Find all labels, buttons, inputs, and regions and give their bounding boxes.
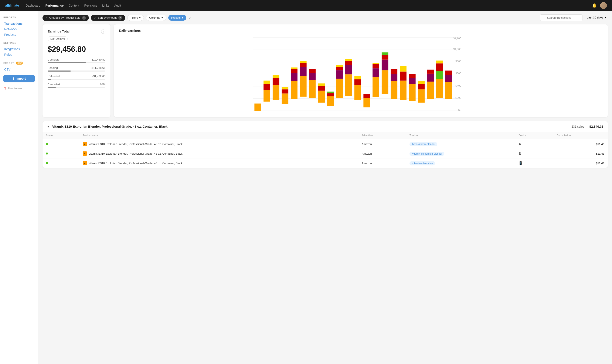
- svg-rect-25: [291, 73, 297, 81]
- svg-rect-77: [436, 79, 443, 98]
- svg-rect-68: [409, 84, 416, 101]
- sidebar-item-transactions[interactable]: Transactions: [3, 21, 35, 26]
- svg-rect-23: [282, 87, 289, 90]
- svg-rect-61: [382, 52, 388, 55]
- nav-links[interactable]: Links: [102, 4, 109, 7]
- presets-button[interactable]: Presets ▾: [168, 15, 186, 21]
- svg-rect-53: [363, 94, 370, 98]
- sidebar-item-products[interactable]: Products: [3, 32, 35, 37]
- stat-refunded: Refunded -$1,782.66: [48, 75, 106, 80]
- svg-rect-47: [345, 61, 352, 65]
- grouped-by-label: Grouped by Product Sold: [49, 16, 80, 19]
- svg-rect-79: [436, 64, 443, 71]
- product-group-stats: 231 sales $2,640.33: [572, 125, 603, 128]
- stat-complete-value: $19,450.80: [92, 58, 106, 61]
- row2-advertiser: Amazon: [358, 149, 406, 158]
- status-dot-green-2: [46, 153, 48, 155]
- row2-tracking: /vitamix-immersion-blender: [406, 149, 515, 158]
- chevron-down-icon-2: ▾: [161, 16, 163, 19]
- logo: affilimate: [5, 4, 19, 7]
- how-to-use-link[interactable]: ❓ How to use: [3, 87, 35, 90]
- columns-label: Columns: [149, 16, 160, 19]
- svg-rect-28: [300, 76, 307, 97]
- expand-icon[interactable]: ⤢: [188, 16, 191, 20]
- mobile-icon: 📱: [519, 161, 523, 165]
- stat-pending: Pending $11,788.66: [48, 66, 106, 72]
- chevron-down-icon: ▾: [139, 16, 141, 19]
- nav-links: Dashboard Performance Content Revisions …: [26, 4, 585, 7]
- svg-rect-56: [373, 64, 379, 68]
- collapse-chevron-icon[interactable]: ▼: [47, 125, 50, 128]
- svg-rect-67: [400, 66, 407, 72]
- how-to-use-label: How to use: [8, 87, 22, 90]
- chevron-down-icon-3: ▾: [182, 16, 183, 19]
- stat-pending-bar-bg: [48, 70, 106, 72]
- date-range-selector[interactable]: Last 30 days ▾: [585, 15, 608, 20]
- nav-revisions[interactable]: Revisions: [84, 4, 97, 7]
- row1-tracking: /best-vitamix-blender: [406, 139, 515, 149]
- svg-rect-42: [336, 70, 343, 78]
- svg-rect-35: [318, 91, 325, 103]
- stat-complete-bar-bg: [48, 62, 106, 63]
- svg-rect-66: [400, 72, 407, 81]
- amazon-icon-2: a: [83, 151, 87, 156]
- row1-product: a Vitamix E310 Explorian Blender, Profes…: [79, 139, 358, 149]
- sales-count: 231 sales: [572, 125, 584, 128]
- svg-rect-37: [318, 83, 325, 86]
- earnings-card: Earnings Total i Last 30 days $29,456.80…: [42, 25, 110, 117]
- svg-rect-62: [391, 81, 398, 99]
- notifications-bell-icon[interactable]: 🔔: [592, 3, 597, 8]
- columns-button[interactable]: Columns ▾: [146, 15, 166, 21]
- svg-rect-64: [391, 69, 398, 74]
- main-content: ✓ Grouped by Product Sold ✕ ✓ Sort by Am…: [38, 11, 612, 364]
- svg-rect-40: [327, 91, 334, 93]
- nav-dashboard[interactable]: Dashboard: [26, 4, 40, 7]
- product-group-header: ▼ Vitamix E310 Explorian Blender, Profes…: [42, 121, 608, 132]
- filters-button[interactable]: Filters ▾: [127, 15, 144, 21]
- svg-rect-46: [345, 65, 352, 74]
- nav-content[interactable]: Content: [69, 4, 79, 7]
- filters-label: Filters: [131, 16, 138, 19]
- svg-rect-58: [382, 70, 388, 94]
- chart-card: Daily earnings $0 $200 $400 $600 $800 $1…: [114, 25, 608, 117]
- nav-audit[interactable]: Audit: [114, 4, 121, 7]
- search-input[interactable]: [540, 14, 583, 21]
- svg-rect-76: [427, 70, 434, 74]
- stat-refunded-bar-bg: [48, 79, 106, 80]
- avatar[interactable]: [600, 2, 607, 9]
- svg-rect-38: [327, 96, 334, 106]
- svg-rect-34: [309, 69, 316, 73]
- table-row: a Vitamix E310 Explorian Blender, Profes…: [42, 139, 608, 149]
- remove-sort-by-icon[interactable]: ✕: [118, 16, 122, 20]
- sidebar-products-label: Products: [4, 33, 16, 36]
- app-body: REPORTS Transactions Networks Products S…: [0, 11, 612, 364]
- svg-rect-59: [382, 60, 388, 70]
- nav-performance[interactable]: Performance: [45, 4, 64, 7]
- svg-rect-30: [300, 63, 307, 67]
- search-wrapper: 🔍: [540, 14, 583, 21]
- remove-grouped-by-icon[interactable]: ✕: [82, 16, 86, 20]
- sidebar-item-csv[interactable]: CSV: [3, 67, 35, 72]
- svg-rect-18: [273, 85, 279, 100]
- table-row: a Vitamix E310 Explorian Blender, Profes…: [42, 149, 608, 158]
- svg-rect-55: [373, 68, 379, 77]
- info-icon[interactable]: i: [101, 29, 106, 34]
- stat-cancelled-row: Cancelled 10%: [48, 83, 106, 86]
- col-tracking: Tracking: [406, 132, 515, 139]
- grouped-by-chip[interactable]: ✓ Grouped by Product Sold ✕: [42, 15, 89, 21]
- sidebar-item-rules[interactable]: Rules: [3, 52, 35, 57]
- import-button[interactable]: ⬆ Import: [3, 75, 35, 82]
- daily-earnings-chart: $0 $200 $400 $600 $800 $1,000 $1,200: [119, 36, 603, 112]
- sidebar-item-integrations[interactable]: Integrations: [3, 46, 35, 52]
- col-commission: Commission: [553, 132, 608, 139]
- svg-text:$400: $400: [455, 84, 461, 87]
- stat-cancelled-value: 10%: [100, 83, 106, 86]
- svg-text:$600: $600: [455, 72, 461, 75]
- sort-by-chip[interactable]: ✓ Sort by Amount ✕: [91, 15, 125, 21]
- product-group-name: Vitamix E310 Explorian Blender, Professi…: [52, 125, 569, 128]
- svg-rect-60: [382, 55, 388, 60]
- svg-rect-17: [264, 81, 270, 84]
- col-advertiser: Advertiser: [358, 132, 406, 139]
- svg-rect-33: [309, 73, 316, 80]
- sidebar-item-networks[interactable]: Networks: [3, 26, 35, 32]
